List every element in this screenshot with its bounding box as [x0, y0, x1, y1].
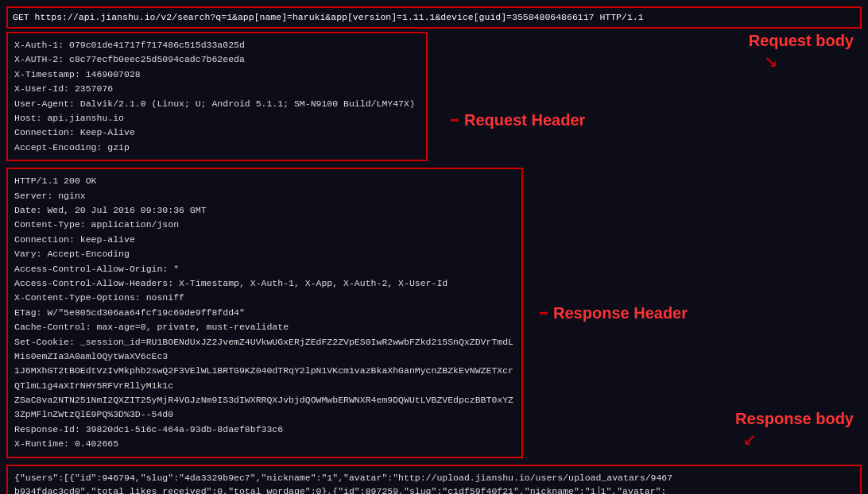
resp-line-9: X-Content-Type-Options: nosniff	[14, 291, 515, 305]
response-body-annotation-area: Response body ↙	[735, 410, 854, 450]
resp-line-6: Vary: Accept-Encoding	[14, 247, 515, 261]
request-header-line-6: Host: api.jianshu.io	[14, 111, 420, 125]
resp-line-3: Date: Wed, 20 Jul 2016 09:30:36 GMT	[14, 203, 515, 218]
request-header-line-2: X-AUTH-2: c8c77ecfb0eec25d5094cadc7b62ee…	[14, 52, 420, 67]
request-header-line-5: User-Agent: Dalvik/2.1.0 (Linux; U; Andr…	[14, 97, 420, 111]
resp-line-14: ZSaC8va2NTN251NmI2QXZIT25yMjR4VGJzNm9IS3…	[14, 393, 515, 423]
request-header-arrow-icon: ➡	[450, 110, 459, 130]
resp-line-7: Access-Control-Allow-Origin: *	[14, 262, 515, 276]
request-header-annotation-area: ➡ Request Header	[450, 79, 585, 161]
response-body-label-mid: Response body	[735, 410, 854, 427]
response-header-section: HTTP/1.1 200 OK Server: nginx Date: Wed,…	[6, 168, 523, 457]
request-header-line-4: X-User-Id: 2357076	[14, 82, 420, 96]
main-container: GET https://api.jianshu.io/v2/search?q=1…	[0, 0, 868, 494]
request-url-text: GET https://api.jianshu.io/v2/search?q=1…	[13, 12, 644, 22]
response-header-label: Response Header	[553, 303, 688, 322]
resp-line-8: Access-Control-Allow-Headers: X-Timestam…	[14, 276, 515, 291]
resp-line-13: 1J6MXhGT2tBOEdtVzIvMkphb2swQ2F3VElWL1BRT…	[14, 364, 515, 393]
response-header-arrow-icon: ➡	[539, 303, 548, 322]
resp-line-1: HTTP/1.1 200 OK	[14, 174, 515, 188]
request-body-label: Request body	[749, 32, 854, 49]
response-header-box: HTTP/1.1 200 OK Server: nginx Date: Wed,…	[6, 168, 523, 457]
request-header-label: Request Header	[464, 111, 585, 129]
resp-line-4: Content-Type: application/json	[14, 218, 515, 232]
request-body-annotation-area: Request body ↘	[749, 32, 854, 72]
body-line-2: b934fdac3cd0","total_likes_received":0,"…	[14, 484, 854, 494]
request-body-arrow-icon: ↘	[765, 50, 854, 72]
resp-line-10: ETag: W/"5e805cd306aa64fcf19c69de9ff8fdd…	[14, 306, 515, 320]
resp-line-5: Connection: keep-alive	[14, 233, 515, 247]
request-header-line-7: Connection: Keep-Alive	[14, 125, 420, 140]
resp-line-15: Response-Id: 39820dc1-516c-464a-93db-8da…	[14, 423, 515, 437]
top-section: X-Auth-1: 079c01de41717f717486c515d33a02…	[6, 32, 862, 161]
request-url-bar: GET https://api.jianshu.io/v2/search?q=1…	[6, 6, 862, 29]
response-header-annotation-area: ➡ Response Header	[539, 303, 688, 322]
response-body-box: {"users":[{"id":946794,"slug":"4da3329b9…	[6, 465, 862, 494]
response-body-arrow-icon: ↙	[743, 428, 854, 450]
resp-line-11: Cache-Control: max-age=0, private, must-…	[14, 320, 515, 334]
request-header-box: X-Auth-1: 079c01de41717f717486c515d33a02…	[6, 32, 428, 161]
middle-section: HTTP/1.1 200 OK Server: nginx Date: Wed,…	[6, 168, 862, 457]
resp-line-16: X-Runtime: 0.402665	[14, 437, 515, 451]
resp-line-2: Server: nginx	[14, 189, 515, 203]
bottom-section: {"users":[{"id":946794,"slug":"4da3329b9…	[6, 465, 862, 494]
request-header-line-8: Accept-Encoding: gzip	[14, 141, 420, 155]
request-header-line-1: X-Auth-1: 079c01de41717f717486c515d33a02…	[14, 38, 420, 52]
body-line-1: {"users":[{"id":946794,"slug":"4da3329b9…	[14, 471, 854, 484]
resp-line-12: Set-Cookie: _session_id=RU1BOENdUxJZ2Jve…	[14, 335, 515, 365]
request-header-line-3: X-Timestamp: 1469007028	[14, 68, 420, 82]
request-header-section: X-Auth-1: 079c01de41717f717486c515d33a02…	[6, 32, 428, 161]
